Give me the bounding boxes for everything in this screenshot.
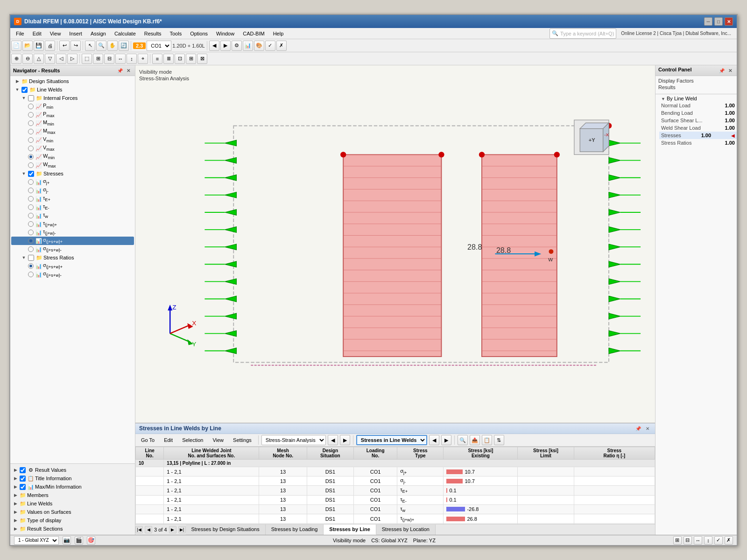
tb2-btn-2[interactable]: ⊖ [22,54,33,64]
tree-sigma-jswplus[interactable]: 📊 σ(j+s+w)+ [11,237,134,245]
tb2-filter-5[interactable]: ⊠ [197,54,207,64]
tree-line-welds[interactable]: ▼ 📁 Line Welds [11,85,134,94]
nav-minmax-info[interactable]: ▶ 📊 Max/Min Information [11,483,134,491]
cp-surface-shear-row[interactable]: Surface Shear L... 1.00 [659,117,737,124]
nav-line-welds-2[interactable]: ▶ 📁 Line Welds [11,499,134,508]
display-btn[interactable]: 📊 [243,41,253,51]
settings-menu[interactable]: Settings [229,436,255,444]
mm-checkbox[interactable] [20,484,26,490]
tree-tau-jwminus[interactable]: 📊 τ(j+w)- [11,228,134,237]
st-checkbox[interactable] [28,171,34,177]
tb2-filter-4[interactable]: ⊞ [186,54,196,64]
sb-btn-4[interactable]: ↕ [704,536,712,545]
vmax-radio[interactable] [28,146,34,151]
sb-btn-1[interactable]: ⊞ [673,536,682,545]
sb-btn-2[interactable]: ⊟ [684,536,692,545]
zoom-btn[interactable]: 🔍 [96,41,106,51]
tau-w-radio[interactable] [28,213,34,218]
page-next-btn[interactable]: ▶ [169,526,176,533]
pmax-radio[interactable] [28,112,34,118]
page-prev-btn[interactable]: ◀ [145,526,152,533]
cp-pin-btn[interactable]: 📌 [718,67,726,74]
minimize-button[interactable]: ─ [704,17,712,26]
mmax-radio[interactable] [28,129,34,134]
tb2-btn-7[interactable]: ⬚ [82,54,92,64]
table-row[interactable]: 1 - 2,1 13 DS1 CO1 τE- 0.1 [136,495,655,504]
tree-sigma-jminus[interactable]: 📊 σj- [11,186,134,195]
tree-tau-jwplus[interactable]: 📊 τ(j+w)+ [11,220,134,228]
wmax-radio[interactable] [28,162,34,168]
menu-cad-bim[interactable]: CAD-BIM [239,30,268,37]
tree-sigma-jswminus[interactable]: 📊 σ(j+s+w)- [11,245,134,253]
tree-tau-eminus[interactable]: 📊 τE- [11,203,134,211]
nav-pin-btn[interactable]: 📌 [116,67,124,74]
menu-view[interactable]: View [46,30,65,37]
tb2-filter-2[interactable]: ≣ [163,54,174,64]
tb2-btn-1[interactable]: ⊕ [11,54,21,64]
tree-tau-eplus[interactable]: 📊 τE+ [11,195,134,203]
sr-checkbox[interactable] [28,255,34,261]
tb2-btn-11[interactable]: ↕ [127,54,137,64]
menu-calculate[interactable]: Calculate [111,30,140,37]
new-btn[interactable]: 📄 [11,41,21,51]
viewport[interactable]: Visibility mode Stress-Strain Analysis [135,65,655,423]
menu-window[interactable]: Window [212,30,238,37]
tb2-btn-4[interactable]: ▽ [45,54,55,64]
rt-filter-btn[interactable]: 🔍 [458,435,468,445]
tree-vmin[interactable]: 📈 Vmin [11,136,134,144]
nav-result-sections[interactable]: ▶ 📁 Result Sections [11,525,134,533]
tau-jwminus-radio[interactable] [28,230,34,235]
coord-system-select[interactable]: 1 - Global XYZ [14,536,59,545]
tree-stress-ratios[interactable]: ▼ 📁 Stress Ratios [11,253,134,262]
menu-assign[interactable]: Assign [87,30,110,37]
edit-menu[interactable]: Edit [160,436,176,444]
cp-normal-load-row[interactable]: Normal Load 1.00 [659,102,737,109]
tree-internal-forces[interactable]: ▼ 📁 Internal Forces [11,94,134,102]
analysis-combo[interactable]: Stress-Strain Analysis [261,435,326,445]
tab-stresses-by-line[interactable]: Stresses by Line [324,525,376,535]
table-row[interactable]: 1 - 2,1 13 DS1 CO1 σj- 10.7 [136,476,655,486]
title-bar-controls[interactable]: ─ □ ✕ [704,17,733,26]
tab-stresses-by-loading[interactable]: Stresses by Loading [266,525,324,535]
pan-btn[interactable]: ✋ [107,41,118,51]
render-btn[interactable]: 🎨 [254,41,264,51]
view-menu[interactable]: View [209,436,227,444]
tb2-btn-9[interactable]: ⊟ [104,54,114,64]
results-table-container[interactable]: LineNo. Line Welded JointNo. and Surface… [135,447,655,524]
if-checkbox[interactable] [28,95,34,101]
tree-tau-w[interactable]: 📊 τw [11,211,134,220]
maximize-button[interactable]: □ [714,17,723,26]
tb2-btn-8[interactable]: ⊞ [93,54,103,64]
table-row[interactable]: 1 - 2,1 13 DS1 CO1 τ(j+w)+ 26.8 [136,514,655,523]
rt-combo-prev[interactable]: ◀ [429,435,439,445]
save-btn[interactable]: 💾 [34,41,44,51]
cp-bending-load-row[interactable]: Bending Load 1.00 [659,109,737,117]
print-btn[interactable]: 🖨 [45,41,55,51]
tree-design-situations[interactable]: ▶ 📁 Design Situations [11,77,134,85]
table-row[interactable]: 1 - 2,1 13 DS1 CO1 τE+ 0.1 [136,486,655,495]
redo-btn[interactable]: ↪ [70,41,81,51]
tree-mmin[interactable]: 📈 Mmin [11,119,134,127]
sb-btn-6[interactable]: ✗ [725,536,733,545]
cp-by-line-weld[interactable]: ▼ By Line Weld [659,95,737,102]
menu-edit[interactable]: Edit [29,30,45,37]
tab-stresses-by-location[interactable]: Stresses by Location [376,525,436,535]
cp-stresses-row[interactable]: Stresses 1.00 ◀ [659,132,737,139]
view-btn-1[interactable]: ◀ [209,41,219,51]
tau-eplus-radio[interactable] [28,196,34,202]
sr-jswminus-radio[interactable] [28,272,34,277]
sigma-jplus-radio[interactable] [28,179,34,185]
tree-wmin[interactable]: 📈 Wmin [11,153,134,161]
tb2-filter-3[interactable]: ⊡ [175,54,185,64]
rt-combo-next[interactable]: ▶ [441,435,451,445]
rt-copy-btn[interactable]: 📋 [482,435,492,445]
x-btn[interactable]: ✗ [276,41,287,51]
tree-mmax[interactable]: 📈 Mmax [11,127,134,136]
tree-sr-jswplus[interactable]: 📊 σ(j+s+w)+ [11,262,134,270]
result-type-combo[interactable]: Stresses in Line Welds [356,435,427,445]
rotate-btn[interactable]: 🔄 [119,41,129,51]
nav-type-display[interactable]: ▶ 📁 Type of display [11,516,134,525]
tree-wmax[interactable]: 📈 Wmax [11,161,134,169]
rt-next-btn[interactable]: ▶ [340,435,350,445]
page-last-btn[interactable]: ▶| [178,526,186,533]
